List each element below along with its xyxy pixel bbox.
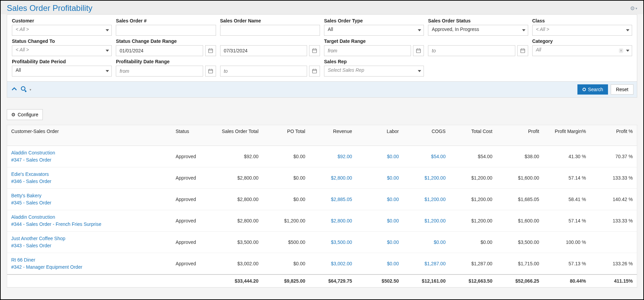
status-change-range-label: Status Change Date Range: [116, 38, 216, 44]
labor-link[interactable]: $0.00: [387, 261, 399, 266]
sales-rep-select[interactable]: Select Sales Rep: [324, 66, 424, 77]
customer-link[interactable]: Just Another Coffee Shop: [11, 235, 167, 242]
status-change-to-input[interactable]: [220, 45, 307, 56]
cogs-link[interactable]: $1,200.00: [425, 218, 446, 223]
search-button[interactable]: Search: [577, 84, 608, 95]
labor-link[interactable]: $0.00: [387, 197, 399, 202]
profit-from-input[interactable]: [116, 66, 203, 77]
status-changed-to-label: Status Changed To: [12, 38, 112, 44]
svg-rect-16: [209, 69, 213, 73]
order-link[interactable]: #347 - Sales Order: [11, 156, 167, 164]
class-label: Class: [532, 18, 632, 23]
so-name-input[interactable]: [220, 25, 320, 36]
col-po-total[interactable]: PO Total: [263, 125, 309, 146]
labor-link[interactable]: $0.00: [387, 175, 399, 181]
chevron-down-icon: [106, 29, 109, 31]
search-settings-icon[interactable]: [20, 85, 28, 94]
calendar-icon[interactable]: [413, 45, 424, 56]
cogs-link[interactable]: $1,200.00: [425, 175, 446, 181]
order-link[interactable]: #345 - Sales Order: [11, 199, 167, 206]
revenue-link[interactable]: $3,500.00: [331, 239, 352, 245]
status-cell: Approved: [172, 167, 216, 188]
sales-rep-label: Sales Rep: [324, 59, 424, 64]
profit-period-label: Profitability Date Period: [12, 59, 112, 64]
clear-icon[interactable]: ×: [619, 48, 623, 53]
revenue-link[interactable]: $3,002.00: [331, 261, 352, 266]
revenue-link[interactable]: $2,800.00: [331, 218, 352, 223]
status-changed-to-select[interactable]: < All >: [12, 45, 112, 56]
order-link[interactable]: #342 - Manager Equipment Order: [11, 264, 167, 271]
so-status-select[interactable]: Approved, In Progress: [428, 25, 528, 36]
profit-to-input[interactable]: [220, 66, 307, 77]
calendar-icon[interactable]: [309, 45, 320, 56]
chevron-down-icon: [106, 50, 109, 52]
cogs-link[interactable]: $1,200.00: [425, 197, 446, 202]
labor-link[interactable]: $0.00: [387, 239, 399, 245]
configure-button[interactable]: ⚙ Configure: [7, 109, 43, 120]
customer-link[interactable]: Edie's Excavators: [11, 171, 167, 178]
chevron-down-icon: [418, 29, 421, 31]
col-so-total[interactable]: Sales Order Total: [216, 125, 263, 146]
chevron-down-icon: ▾: [636, 6, 637, 10]
revenue-link[interactable]: $92.00: [338, 154, 352, 159]
order-link[interactable]: #344 - Sales Order - French Fries Surpri…: [11, 221, 167, 228]
chevron-down-icon: [522, 29, 525, 31]
collapse-icon[interactable]: [11, 85, 18, 94]
svg-point-26: [25, 90, 26, 92]
col-profit-margin[interactable]: Profit Margin%: [543, 125, 590, 146]
customer-link[interactable]: Rt 66 Diner: [11, 256, 167, 264]
col-customer-order[interactable]: Customer-Sales Order: [7, 125, 172, 146]
customer-select[interactable]: < All >: [12, 25, 112, 36]
so-type-select[interactable]: All: [324, 25, 424, 36]
status-cell: Approved: [172, 210, 216, 231]
calendar-icon[interactable]: [517, 45, 528, 56]
col-profit-pct[interactable]: Profit %: [590, 125, 637, 146]
revenue-link[interactable]: $2,885.05: [331, 197, 352, 202]
reset-button[interactable]: Reset: [611, 84, 633, 95]
col-status[interactable]: Status: [172, 125, 216, 146]
category-select[interactable]: All: [532, 45, 632, 56]
filter-panel: Customer < All > Sales Order # Sales Ord…: [7, 14, 637, 98]
status-cell: Approved: [172, 188, 216, 210]
so-name-label: Sales Order Name: [220, 18, 320, 23]
revenue-link[interactable]: $2,800.00: [331, 175, 352, 181]
status-cell: Approved: [172, 146, 216, 167]
svg-rect-8: [416, 49, 421, 53]
so-number-input[interactable]: [116, 25, 216, 36]
cogs-link[interactable]: $0.00: [434, 239, 446, 245]
labor-link[interactable]: $0.00: [387, 154, 399, 159]
totals-row: $33,444.20 $9,825.00 $64,729.75 $502.50 …: [7, 274, 637, 287]
table-row: Rt 66 Diner#342 - Manager Equipment Orde…: [7, 253, 637, 274]
svg-rect-12: [521, 49, 525, 53]
order-link[interactable]: #343 - Sales Order: [11, 242, 167, 249]
cogs-link[interactable]: $54.00: [431, 154, 446, 159]
svg-rect-4: [312, 49, 317, 53]
col-profit[interactable]: Profit: [497, 125, 543, 146]
class-select[interactable]: < All >: [532, 25, 632, 36]
col-labor[interactable]: Labor: [356, 125, 403, 146]
col-total-cost[interactable]: Total Cost: [450, 125, 497, 146]
col-revenue[interactable]: Revenue: [309, 125, 356, 146]
status-cell: Approved: [172, 253, 216, 274]
target-to-input[interactable]: [428, 45, 515, 56]
gear-icon: ⚙: [11, 112, 16, 117]
customer-link[interactable]: Aladdin Construction: [11, 214, 167, 221]
table-row: Just Another Coffee Shop#343 - Sales Ord…: [7, 231, 637, 253]
chevron-down-icon: [418, 70, 421, 72]
calendar-icon[interactable]: [205, 45, 216, 56]
calendar-icon[interactable]: [309, 66, 320, 77]
order-link[interactable]: #346 - Sales Order: [11, 178, 167, 185]
calendar-icon[interactable]: [205, 66, 216, 77]
labor-link[interactable]: $0.00: [387, 218, 399, 223]
status-change-from-input[interactable]: [116, 45, 203, 56]
customer-link[interactable]: Aladdin Construction: [11, 149, 167, 156]
chevron-down-icon[interactable]: ▾: [30, 88, 31, 91]
page-settings-gear[interactable]: ⚙ ▾: [630, 5, 637, 12]
col-cogs[interactable]: COGS: [403, 125, 450, 146]
cogs-link[interactable]: $1,287.00: [425, 261, 446, 266]
profit-period-select[interactable]: All: [12, 66, 112, 77]
target-from-input[interactable]: [324, 45, 411, 56]
category-label: Category: [532, 38, 632, 44]
customer-link[interactable]: Betty's Bakery: [11, 192, 167, 199]
radio-dot-icon: [583, 88, 586, 91]
